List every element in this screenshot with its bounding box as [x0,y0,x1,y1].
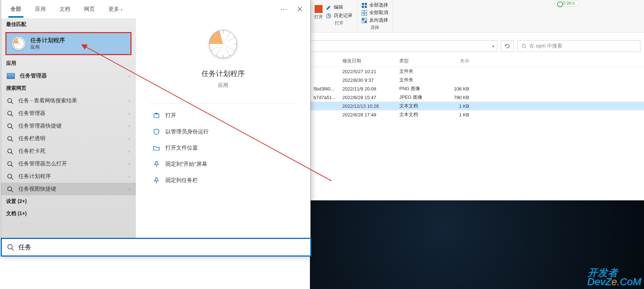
result-label: 任务栏卡死 [18,148,45,155]
search-icon [7,110,13,117]
tab-doc[interactable]: 文档 [53,1,77,18]
ribbon-group-open-label: 打开 [326,20,352,26]
svg-point-19 [8,124,12,128]
ribbon-invert-selection[interactable]: 反向选择 [361,17,388,23]
action-run-as-admin[interactable]: 以管理员身份运行 [143,125,303,138]
result-label: 任务视图快捷键 [18,186,56,192]
address-dropdown[interactable]: ▾ [310,40,497,52]
svg-point-21 [8,136,12,140]
ribbon-open-menu[interactable]: 打开 [314,4,323,20]
refresh-button[interactable] [501,40,514,52]
chevron-right-icon: › [129,186,130,192]
svg-line-14 [525,47,527,49]
svg-line-16 [11,102,13,104]
shield-icon [153,129,160,135]
table-row[interactable]: 2022/5/27 10:21文件夹 [310,67,644,76]
address-bar-row: ▾ 在 opm 中搜索 [310,38,640,54]
ribbon-edit[interactable]: 编辑 [326,4,352,10]
search-icon [7,173,13,180]
table-row[interactable]: 2022/8/30 9:37文件夹 [310,76,644,84]
svg-rect-8 [365,13,367,15]
section-docs[interactable]: 文档 (1+) [1,208,136,220]
ribbon: 打开 编辑 历史记录 打开 全部选择 全部取消 [310,0,644,32]
task-scheduler-icon [12,37,25,50]
search-results: 最佳匹配 任务计划程序 应用 应用 任务管理器 › 搜索网页 任务 - 查看网络… [1,18,136,255]
col-date[interactable]: 修改日期 [339,58,396,64]
search-icon [7,186,13,192]
search-input[interactable] [18,244,305,251]
search-icon [7,98,13,104]
ribbon-history[interactable]: 历史记录 [326,13,352,19]
svg-line-28 [11,178,13,179]
chevron-right-icon: › [129,73,130,79]
result-web-item[interactable]: 任务栏透明› [1,132,136,145]
search-icon [521,44,527,49]
close-button[interactable] [292,1,307,17]
result-label: 任务计划程序 [18,173,51,180]
tab-more[interactable]: 更多▾ [102,1,129,18]
detail-subtitle: 应用 [143,82,303,89]
result-web-item[interactable]: 任务 - 查看网络搜索结果› [1,94,136,107]
table-row[interactable]: 2022/6/28 17:49文本文档1 KB [310,110,644,119]
chevron-right-icon: › [129,136,130,141]
result-best-match[interactable]: 任务计划程序 应用 [5,32,132,55]
network-speed-badge: 0.9K/s [555,0,579,6]
search-icon [7,123,13,129]
action-open-location[interactable]: 打开文件位置 [143,142,303,154]
svg-point-32 [8,245,13,249]
chevron-right-icon: › [129,174,130,179]
action-pin-start[interactable]: 固定到"开始"屏幕 [143,158,303,170]
tab-app[interactable]: 应用 [28,1,52,18]
result-web-item[interactable]: 任务计划程序› [1,170,136,183]
ribbon-select-all[interactable]: 全部选择 [361,2,388,8]
result-web-item[interactable]: 任务管理器怎么打开› [1,157,136,170]
result-web-item[interactable]: 任务视图快捷键› [1,183,136,195]
svg-rect-3 [362,6,364,8]
task-scheduler-icon [208,29,238,59]
watermark: 开发者 DevZe.CoM [587,268,641,286]
svg-point-29 [8,187,12,191]
svg-rect-10 [365,21,367,23]
svg-point-15 [8,98,12,102]
svg-line-33 [12,249,14,250]
action-open[interactable]: 打开 [143,109,303,122]
tab-all[interactable]: 全部 [4,1,28,18]
col-type[interactable]: 类型 [396,58,440,64]
overflow-button[interactable]: ⋯ [276,1,292,17]
action-pin-taskbar[interactable]: 固定到任务栏 [143,174,303,187]
file-list: 修改日期 类型 大小 2022/5/27 10:21文件夹2022/8/30 9… [310,55,644,119]
section-apps: 应用 [1,57,136,70]
table-row[interactable]: 2022/12/13 10:26文本文档1 KB [310,102,644,110]
table-row[interactable]: b7d7a51...2022/6/28 15:47JPEG 图像790 KB [310,93,644,102]
section-best-match: 最佳匹配 [1,18,136,31]
task-manager-icon [7,73,15,79]
search-tabs: 全部 应用 文档 网页 更多▾ ⋯ [1,0,310,18]
pin-icon [153,161,160,168]
result-web-item[interactable]: 任务管理器快捷键› [1,120,136,132]
svg-line-20 [11,127,13,129]
result-web-item[interactable]: 任务管理器› [1,107,136,120]
table-row[interactable]: 5bd3f40...2022/11/9 20:08PNG 图像106 KB [310,84,644,93]
svg-line-24 [11,152,13,154]
explorer-search[interactable]: 在 opm 中搜索 [518,40,640,52]
result-label: 任务管理器快捷键 [18,123,62,129]
ribbon-select-none[interactable]: 全部取消 [361,10,388,16]
open-icon [153,112,160,119]
file-list-header: 修改日期 类型 大小 [310,55,644,67]
chevron-right-icon: › [129,111,130,116]
tab-web[interactable]: 网页 [77,1,101,18]
chevron-right-icon: › [129,148,130,154]
result-label: 任务栏透明 [18,135,45,142]
section-settings[interactable]: 设置 (2+) [1,195,136,208]
search-icon [7,135,13,142]
result-app-task-manager[interactable]: 任务管理器 › [1,70,136,82]
search-input-row[interactable] [1,238,311,257]
chevron-right-icon: › [129,161,130,166]
chevron-down-icon: ▾ [492,44,494,48]
svg-point-23 [8,149,12,153]
best-match-subtitle: 应用 [30,44,65,50]
svg-rect-1 [362,3,364,5]
result-web-item[interactable]: 任务栏卡死› [1,145,136,157]
col-size[interactable]: 大小 [440,58,473,64]
svg-point-13 [522,44,525,48]
